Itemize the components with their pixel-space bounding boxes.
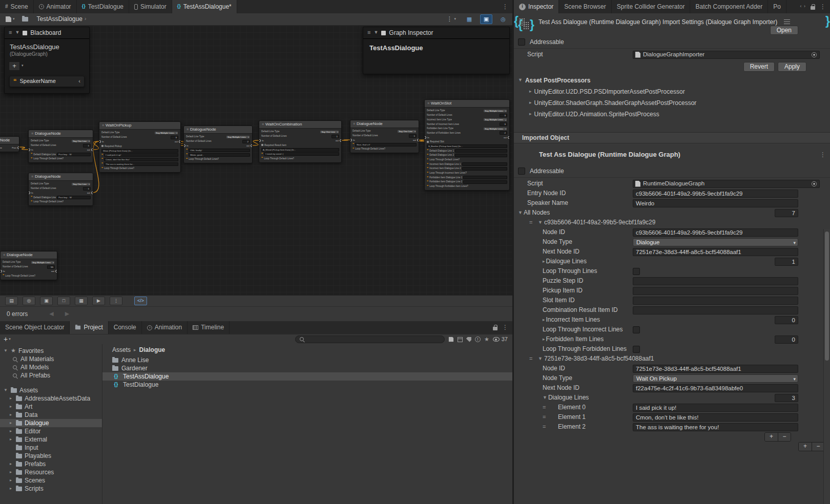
drag-handle-icon[interactable]: = [529,355,536,363]
foldout-arrow-icon[interactable]: ▸ [8,396,13,401]
remove-element-button[interactable]: − [778,433,791,441]
asset-anne-lise[interactable]: Anne Lise [102,356,512,364]
console-list-button[interactable]: ▤ [5,297,18,305]
hamburger-icon[interactable]: ≡ [367,29,370,36]
graph-inspector-header[interactable]: ≡ ▼ Graph Inspector [363,27,509,39]
object-picker-icon[interactable] [812,181,817,186]
graph-node-waitonslot[interactable]: ≡WaitOnSlotDefault Line TypeSay Multiple… [424,99,510,191]
drag-handle-icon[interactable]: = [543,424,550,431]
asset-gardener[interactable]: Gardener [102,364,512,372]
tree-item-scripts[interactable]: ▸Scripts [0,485,102,493]
foldout-arrow-icon[interactable]: ▸ [543,259,545,264]
save-search-icon[interactable] [448,337,453,342]
tree-item-data[interactable]: ▸Data [0,411,102,419]
addressable-checkbox[interactable] [518,38,525,46]
node-dropdown[interactable]: Say One Line [397,130,417,133]
loop-port-icon[interactable]: “ [3,274,4,278]
foldout-arrow-icon[interactable]: ▸ [8,429,13,434]
node-object-field[interactable]: Shoe (Pickup Item Data) (In... [101,149,178,153]
edge-connection[interactable] [18,147,29,150]
node-number-field[interactable]: 1 [331,135,339,138]
array-size-field[interactable]: 0 [775,316,798,324]
add-variable-button[interactable]: + [9,61,20,71]
dialogue-line-port-icon[interactable]: “ [101,153,103,157]
script-object-field[interactable]: RuntimeDialogueGraph [633,180,820,188]
node-object-field[interactable]: S_Bonfire (Pickup Item Data) (In... [427,144,507,148]
tree-item-all-prefabs[interactable]: All Prefabs [0,371,102,380]
element-text-field[interactable]: Cmon, don't be like this! [633,413,798,422]
apply-button[interactable]: Apply [778,62,806,72]
tab-timeline[interactable]: Timeline [188,321,230,334]
foldout-arrow-icon[interactable]: ▸ [8,421,13,426]
tab-testdialogue[interactable]: {}TestDialogue [77,0,129,13]
type-filter-icon[interactable]: ! [475,337,481,342]
tree-item-resources[interactable]: ▸Resources [0,468,102,476]
graph-inspector-panel[interactable]: ≡ ▼ Graph Inspector TestAssDialogue [363,27,510,74]
foldout-arrow-icon[interactable]: ▸ [8,437,13,442]
node-line-field[interactable]: Post boy... W [57,196,91,199]
node-collapse-icon[interactable]: ≡ [427,101,429,106]
text-field[interactable]: c93b5606-401f-49a2-99b5-9ecbf1fa9c29 [633,228,798,237]
node-line-field[interactable]: Cmon, don't be like this! [104,158,178,161]
foldout-arrow-icon[interactable]: ▸ [543,337,545,342]
tree-item-all-materials[interactable]: All Materials [0,355,102,363]
postprocessor-item[interactable]: ▸UnityEditor.U2D.Animation.SpritePostPro… [514,109,830,120]
foldout-arrow-icon[interactable]: ▼ [543,395,547,401]
node-dropdown[interactable]: Say Multiple Lines [483,118,507,121]
minimap-toggle-button[interactable]: ◎ [497,14,509,24]
foldout-arrow-icon[interactable]: ▼ [3,348,8,353]
inspector-tab-inspector[interactable]: iInspector [514,0,559,13]
tree-item-dialogue[interactable]: ▸Dialogue [0,419,102,427]
code-view-button[interactable]: </> [134,297,147,305]
node-header[interactable]: ≡WaitOnPickup [99,122,180,130]
node-line-field[interactable]: Ohh, finally! [189,149,250,152]
output-port[interactable] [91,192,93,194]
text-field[interactable]: f22a475e-4c2f-41c6-9b73-6a83498abfe0 [633,384,798,392]
dialogue-line-port-icon[interactable]: “ [427,180,428,184]
node-header[interactable]: ≡DialogueNode [29,173,93,181]
graph-node-dialoguenode[interactable]: ≡DialogueNodeDefault Line TypeSay Multip… [183,125,253,163]
next-error-icon[interactable]: ▶ [65,310,69,318]
foldout-arrow-icon[interactable]: ▼ [538,356,543,362]
node-line-field[interactable]: The ass is waiting there for... [104,162,178,166]
expand-arrow-icon[interactable]: ‹ [78,78,80,85]
inspector-tab-scene-browser[interactable]: Scene Browser [559,0,611,13]
node-foldout-7251e73e-38d3-44ff-a8c5-bcf54088aaf1[interactable]: =▼7251e73e-38d3-44ff-a8c5-bcf54088aaf1 [514,354,830,364]
presets-icon[interactable] [784,19,790,25]
inspector-tab-batch-component-adder[interactable]: Batch Component Adder [690,0,768,13]
input-port[interactable] [184,144,185,147]
dialogue-line-port-icon[interactable]: “ [261,152,263,156]
node-number-field[interactable]: 3 [500,114,507,117]
node-header[interactable]: ≡DialogueNode [184,126,252,134]
node-collapse-icon[interactable]: ≡ [102,123,104,128]
foldout-arrow-icon[interactable]: ▸ [543,317,545,323]
dock-menu-icon[interactable]: ⋮ [502,3,508,11]
node-dropdown[interactable]: Say One Line [71,139,91,143]
input-port[interactable] [350,139,352,141]
node-number-field[interactable]: 3 [500,122,507,126]
graph-options-button[interactable]: ⋮ ▾ [444,15,459,24]
tab-animator[interactable]: Animator [34,0,77,13]
output-port[interactable] [508,136,509,139]
tree-item-favorites[interactable]: ▼★Favorites [0,347,102,355]
input-port[interactable] [1,270,2,272]
inspector-tab-sprite-collider-generator[interactable]: Sprite Collider Generator [612,0,691,13]
dialogue-line-port-icon[interactable]: “ [427,162,428,166]
foldout-arrow-icon[interactable]: ▸ [529,100,532,106]
loop-port-icon[interactable]: “ [352,147,354,151]
node-line-field[interactable] [463,176,507,179]
node-line-field[interactable] [455,154,507,157]
dialogue-line-port-icon[interactable]: “ [186,148,188,152]
dialogue-line-port-icon[interactable]: “ [427,176,428,180]
node-number-field[interactable]: 1 [83,144,91,148]
tree-item-playables[interactable]: Playables [0,452,102,460]
loop-port-icon[interactable]: “ [31,200,32,204]
blackboard-field-speakername[interactable]: “ SpeakerName ‹ [9,76,85,87]
foldout-arrow-icon[interactable]: ▼ [3,388,8,393]
foldout-arrow-icon[interactable]: ▼ [518,210,523,216]
drag-handle-icon[interactable]: = [543,414,550,421]
drag-handle-icon[interactable]: = [543,404,550,411]
graph-node-dialoguenode[interactable]: ≡DialogueNodeDefault Line TypeSay One Li… [28,130,93,163]
text-field[interactable]: 7251e73e-38d3-44ff-a8c5-bcf54088aaf1 [633,365,798,373]
node-header[interactable]: ≡WaitOnCombination [259,121,341,129]
